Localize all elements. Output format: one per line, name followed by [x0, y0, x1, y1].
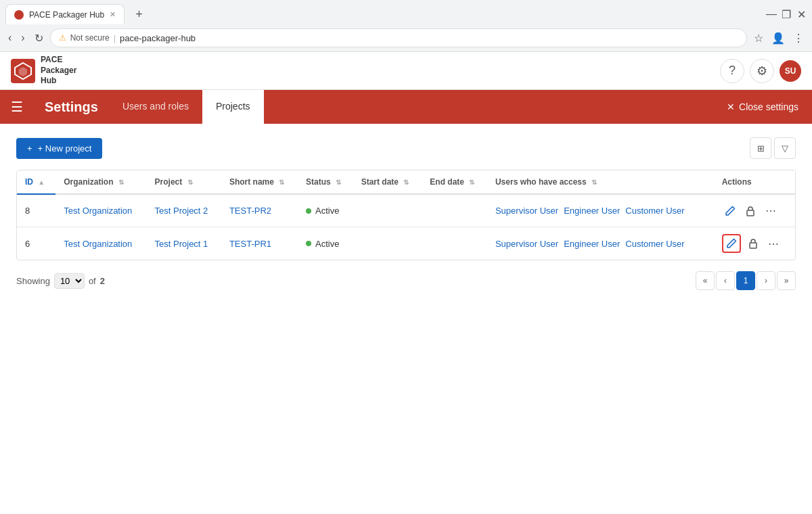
- column-visibility-button[interactable]: ⊞: [750, 137, 771, 159]
- column-status[interactable]: Status ⇅: [298, 170, 353, 194]
- sort-icon: ⇅: [469, 179, 474, 186]
- app-logo-text: PACE Packager Hub: [41, 55, 76, 87]
- lock-icon: [745, 206, 756, 216]
- sort-icon: ⇅: [591, 179, 597, 186]
- edit-button[interactable]: [722, 234, 741, 253]
- cell-short-name: TEST-PR2: [221, 194, 298, 227]
- user-tag[interactable]: Customer User: [625, 206, 684, 216]
- minimize-button[interactable]: —: [766, 9, 777, 20]
- main-content: + + New project ⊞ ▽ ID ▲ Organization: [0, 124, 812, 304]
- cell-actions: ⋯: [714, 194, 795, 227]
- page-1-button[interactable]: 1: [736, 271, 755, 290]
- status-text: Active: [315, 239, 339, 249]
- cell-actions: ⋯: [714, 227, 795, 260]
- pagination-controls: « ‹ 1 › »: [696, 271, 796, 290]
- settings-button[interactable]: ⚙: [750, 59, 774, 83]
- row-actions: ⋯: [722, 234, 787, 253]
- settings-bar: ☰ Settings Users and roles Projects ✕ Cl…: [0, 90, 812, 124]
- ellipsis-icon: ⋯: [768, 237, 779, 250]
- menu-hamburger-button[interactable]: ☰: [0, 90, 34, 124]
- lock-icon: [748, 238, 759, 249]
- new-tab-button[interactable]: +: [130, 7, 148, 22]
- maximize-button[interactable]: ❐: [781, 9, 792, 20]
- short-name-link[interactable]: TEST-PR1: [229, 239, 271, 249]
- more-options-button[interactable]: ⋯: [765, 235, 782, 253]
- window-controls: — ❐ ✕: [766, 9, 807, 20]
- app-logo: PACE Packager Hub: [11, 55, 76, 87]
- address-bar[interactable]: ⚠ Not secure | pace-packager-hub: [50, 28, 747, 47]
- profile-button[interactable]: 👤: [769, 29, 788, 47]
- cell-status: Active: [298, 227, 353, 260]
- more-options-button[interactable]: ⋯: [763, 202, 779, 220]
- close-settings-button[interactable]: ✕ Close settings: [713, 90, 812, 124]
- sort-icon: ⇅: [403, 179, 409, 186]
- help-button[interactable]: ?: [720, 59, 744, 83]
- column-short-name[interactable]: Short name ⇅: [221, 170, 298, 194]
- cell-project: Test Project 2: [147, 194, 221, 227]
- new-project-button[interactable]: + + New project: [16, 138, 102, 159]
- edit-icon: [726, 238, 737, 249]
- cell-start-date: [353, 194, 422, 227]
- ellipsis-icon: ⋯: [765, 204, 776, 217]
- column-users[interactable]: Users who have access ⇅: [487, 170, 714, 194]
- tab-title: PACE Packager Hub: [29, 10, 104, 20]
- last-page-button[interactable]: »: [777, 271, 796, 290]
- organization-link[interactable]: Test Organization: [64, 206, 132, 216]
- per-page-select[interactable]: 10 25 50: [54, 273, 85, 289]
- lock-button[interactable]: [745, 235, 761, 252]
- tab-favicon: [14, 10, 24, 20]
- prev-page-button[interactable]: ‹: [716, 271, 735, 290]
- table-actions: ⊞ ▽: [750, 137, 796, 159]
- project-link[interactable]: Test Project 1: [155, 239, 208, 249]
- cell-id: 6: [17, 227, 55, 260]
- reload-button[interactable]: ↻: [32, 29, 46, 47]
- close-button[interactable]: ✕: [796, 9, 807, 20]
- lock-button[interactable]: [742, 203, 759, 219]
- app-header-actions: ? ⚙ SU: [720, 59, 801, 83]
- cell-users: Supervisor UserEngineer UserCustomer Use…: [487, 194, 714, 227]
- column-id[interactable]: ID ▲: [17, 170, 55, 194]
- column-end-date[interactable]: End date ⇅: [422, 170, 487, 194]
- plus-icon: +: [27, 143, 32, 154]
- user-tag[interactable]: Supervisor User: [495, 239, 558, 249]
- user-tag[interactable]: Supervisor User: [495, 206, 558, 216]
- app-header: PACE Packager Hub ? ⚙ SU: [0, 52, 812, 90]
- row-actions: ⋯: [722, 202, 787, 220]
- first-page-button[interactable]: «: [696, 271, 715, 290]
- bookmark-button[interactable]: ☆: [751, 29, 766, 47]
- menu-button[interactable]: ⋮: [790, 29, 807, 47]
- next-page-button[interactable]: ›: [757, 271, 775, 290]
- column-organization[interactable]: Organization ⇅: [55, 170, 146, 194]
- user-tag[interactable]: Customer User: [625, 239, 684, 249]
- tab-users-and-roles[interactable]: Users and roles: [109, 90, 202, 124]
- tab-close-icon[interactable]: ✕: [110, 10, 116, 19]
- status-badge: Active: [306, 206, 339, 216]
- short-name-link[interactable]: TEST-PR2: [229, 206, 271, 216]
- security-warning-icon: ⚠: [59, 33, 66, 43]
- avatar[interactable]: SU: [780, 60, 801, 82]
- tab-projects[interactable]: Projects: [202, 90, 264, 124]
- pagination-info: Showing 10 25 50 of 2: [16, 273, 105, 289]
- cell-short-name: TEST-PR1: [221, 227, 298, 260]
- column-start-date[interactable]: Start date ⇅: [353, 170, 422, 194]
- gear-icon: ⚙: [757, 64, 767, 78]
- user-tag[interactable]: Engineer User: [564, 206, 620, 216]
- cell-users: Supervisor UserEngineer UserCustomer Use…: [487, 227, 714, 260]
- project-link[interactable]: Test Project 2: [155, 206, 208, 216]
- projects-table: ID ▲ Organization ⇅ Project ⇅ Short name…: [16, 170, 796, 260]
- status-badge: Active: [306, 239, 339, 249]
- filter-button[interactable]: ▽: [774, 137, 796, 159]
- edit-button[interactable]: [722, 203, 738, 219]
- browser-tab[interactable]: PACE Packager Hub ✕: [5, 4, 125, 24]
- back-button[interactable]: ‹: [5, 29, 14, 47]
- forward-button[interactable]: ›: [18, 29, 27, 47]
- filter-icon: ▽: [782, 143, 788, 154]
- column-project[interactable]: Project ⇅: [147, 170, 221, 194]
- cell-start-date: [353, 227, 422, 260]
- user-tag[interactable]: Engineer User: [564, 239, 620, 249]
- organization-link[interactable]: Test Organization: [64, 239, 132, 249]
- sort-icon: ⇅: [279, 179, 284, 186]
- edit-icon: [725, 206, 736, 216]
- sort-icon: ⇅: [118, 179, 124, 186]
- cell-status: Active: [298, 194, 353, 227]
